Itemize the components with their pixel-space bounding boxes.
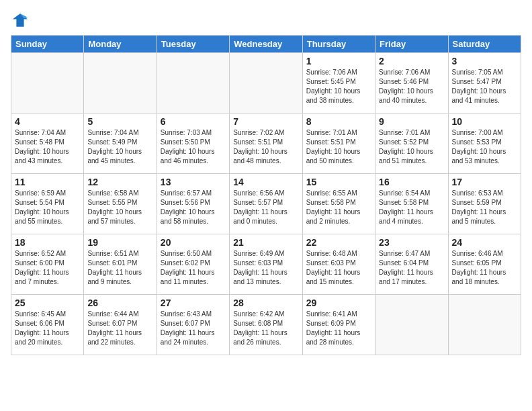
day-info: Sunrise: 7:06 AM Sunset: 5:46 PM Dayligh…	[379, 68, 444, 105]
calendar-cell: 4Sunrise: 7:04 AM Sunset: 5:48 PM Daylig…	[11, 113, 84, 174]
day-number: 27	[161, 298, 226, 308]
day-info: Sunrise: 6:45 AM Sunset: 6:06 PM Dayligh…	[15, 310, 80, 347]
day-number: 26	[87, 298, 152, 308]
day-header-saturday: Saturday	[448, 36, 521, 53]
day-info: Sunrise: 7:05 AM Sunset: 5:47 PM Dayligh…	[452, 68, 517, 105]
day-number: 19	[87, 237, 152, 248]
calendar-cell: 5Sunrise: 7:04 AM Sunset: 5:49 PM Daylig…	[84, 113, 157, 174]
logo-icon	[11, 11, 30, 30]
day-number: 7	[233, 116, 298, 127]
calendar-cell: 16Sunrise: 6:54 AM Sunset: 5:58 PM Dayli…	[375, 174, 448, 234]
calendar-cell: 1Sunrise: 7:06 AM Sunset: 5:45 PM Daylig…	[302, 53, 375, 113]
calendar-cell: 3Sunrise: 7:05 AM Sunset: 5:47 PM Daylig…	[448, 53, 521, 113]
day-number: 16	[379, 177, 444, 187]
calendar-cell: 12Sunrise: 6:58 AM Sunset: 5:55 PM Dayli…	[84, 174, 157, 234]
calendar-cell: 25Sunrise: 6:45 AM Sunset: 6:06 PM Dayli…	[11, 295, 84, 355]
day-number: 29	[306, 298, 371, 308]
day-number: 28	[233, 298, 298, 308]
calendar-cell	[448, 295, 521, 355]
calendar-cell: 14Sunrise: 6:56 AM Sunset: 5:57 PM Dayli…	[230, 174, 302, 234]
day-number: 22	[306, 237, 371, 248]
day-number: 1	[306, 56, 371, 66]
calendar-cell: 26Sunrise: 6:44 AM Sunset: 6:07 PM Dayli…	[84, 295, 157, 355]
day-number: 23	[379, 237, 444, 248]
day-info: Sunrise: 6:52 AM Sunset: 6:00 PM Dayligh…	[15, 249, 80, 287]
calendar-cell	[375, 295, 448, 355]
calendar-cell: 9Sunrise: 7:01 AM Sunset: 5:52 PM Daylig…	[375, 113, 448, 174]
day-header-sunday: Sunday	[11, 36, 84, 53]
calendar-cell: 20Sunrise: 6:50 AM Sunset: 6:02 PM Dayli…	[157, 234, 229, 295]
week-row-0: 1Sunrise: 7:06 AM Sunset: 5:45 PM Daylig…	[11, 53, 521, 113]
calendar-cell: 15Sunrise: 6:55 AM Sunset: 5:58 PM Dayli…	[302, 174, 375, 234]
calendar-cell: 21Sunrise: 6:49 AM Sunset: 6:03 PM Dayli…	[230, 234, 302, 295]
week-row-3: 18Sunrise: 6:52 AM Sunset: 6:00 PM Dayli…	[11, 234, 521, 295]
day-number: 25	[15, 298, 80, 308]
calendar-cell: 28Sunrise: 6:42 AM Sunset: 6:08 PM Dayli…	[230, 295, 302, 355]
svg-marker-0	[13, 13, 28, 27]
day-info: Sunrise: 7:02 AM Sunset: 5:51 PM Dayligh…	[233, 128, 298, 166]
day-header-friday: Friday	[375, 36, 448, 53]
day-number: 8	[306, 116, 371, 127]
day-number: 14	[233, 177, 298, 187]
day-info: Sunrise: 6:55 AM Sunset: 5:58 PM Dayligh…	[306, 189, 371, 226]
day-number: 13	[161, 177, 226, 187]
day-header-thursday: Thursday	[302, 36, 375, 53]
day-info: Sunrise: 6:59 AM Sunset: 5:54 PM Dayligh…	[15, 189, 80, 226]
day-number: 6	[161, 116, 226, 127]
day-number: 21	[233, 237, 298, 248]
calendar-cell: 13Sunrise: 6:57 AM Sunset: 5:56 PM Dayli…	[157, 174, 229, 234]
day-info: Sunrise: 6:47 AM Sunset: 6:04 PM Dayligh…	[379, 249, 444, 287]
calendar-cell: 23Sunrise: 6:47 AM Sunset: 6:04 PM Dayli…	[375, 234, 448, 295]
calendar-cell: 18Sunrise: 6:52 AM Sunset: 6:00 PM Dayli…	[11, 234, 84, 295]
day-info: Sunrise: 6:57 AM Sunset: 5:56 PM Dayligh…	[161, 189, 226, 226]
day-info: Sunrise: 6:49 AM Sunset: 6:03 PM Dayligh…	[233, 249, 298, 287]
logo	[11, 11, 32, 30]
day-number: 3	[452, 56, 517, 66]
day-info: Sunrise: 6:46 AM Sunset: 6:05 PM Dayligh…	[452, 249, 517, 287]
day-info: Sunrise: 6:56 AM Sunset: 5:57 PM Dayligh…	[233, 189, 298, 226]
day-number: 9	[379, 116, 444, 127]
day-number: 15	[306, 177, 371, 187]
week-row-4: 25Sunrise: 6:45 AM Sunset: 6:06 PM Dayli…	[11, 295, 521, 355]
calendar-cell: 11Sunrise: 6:59 AM Sunset: 5:54 PM Dayli…	[11, 174, 84, 234]
day-number: 5	[87, 116, 152, 127]
day-info: Sunrise: 7:03 AM Sunset: 5:50 PM Dayligh…	[161, 128, 226, 166]
day-info: Sunrise: 6:48 AM Sunset: 6:03 PM Dayligh…	[306, 249, 371, 287]
day-header-wednesday: Wednesday	[230, 36, 302, 53]
day-number: 24	[452, 237, 517, 248]
calendar-cell: 29Sunrise: 6:41 AM Sunset: 6:09 PM Dayli…	[302, 295, 375, 355]
day-number: 4	[15, 116, 80, 127]
calendar-cell: 22Sunrise: 6:48 AM Sunset: 6:03 PM Dayli…	[302, 234, 375, 295]
day-info: Sunrise: 6:43 AM Sunset: 6:07 PM Dayligh…	[161, 310, 226, 347]
calendar-cell: 10Sunrise: 7:00 AM Sunset: 5:53 PM Dayli…	[448, 113, 521, 174]
calendar-cell	[230, 53, 302, 113]
day-number: 17	[452, 177, 517, 187]
calendar-cell: 2Sunrise: 7:06 AM Sunset: 5:46 PM Daylig…	[375, 53, 448, 113]
day-header-monday: Monday	[84, 36, 157, 53]
day-info: Sunrise: 6:42 AM Sunset: 6:08 PM Dayligh…	[233, 310, 298, 347]
calendar-cell: 17Sunrise: 6:53 AM Sunset: 5:59 PM Dayli…	[448, 174, 521, 234]
calendar-cell	[84, 53, 157, 113]
calendar-cell	[11, 53, 84, 113]
day-info: Sunrise: 6:44 AM Sunset: 6:07 PM Dayligh…	[87, 310, 152, 347]
day-info: Sunrise: 6:53 AM Sunset: 5:59 PM Dayligh…	[452, 189, 517, 226]
day-header-tuesday: Tuesday	[157, 36, 229, 53]
day-info: Sunrise: 7:01 AM Sunset: 5:51 PM Dayligh…	[306, 128, 371, 166]
day-info: Sunrise: 7:00 AM Sunset: 5:53 PM Dayligh…	[452, 128, 517, 166]
week-row-1: 4Sunrise: 7:04 AM Sunset: 5:48 PM Daylig…	[11, 113, 521, 174]
day-info: Sunrise: 6:51 AM Sunset: 6:01 PM Dayligh…	[87, 249, 152, 287]
calendar-cell: 27Sunrise: 6:43 AM Sunset: 6:07 PM Dayli…	[157, 295, 229, 355]
day-info: Sunrise: 6:50 AM Sunset: 6:02 PM Dayligh…	[161, 249, 226, 287]
calendar-cell: 6Sunrise: 7:03 AM Sunset: 5:50 PM Daylig…	[157, 113, 229, 174]
day-number: 12	[87, 177, 152, 187]
day-number: 11	[15, 177, 80, 187]
day-number: 10	[452, 116, 517, 127]
calendar-cell: 7Sunrise: 7:02 AM Sunset: 5:51 PM Daylig…	[230, 113, 302, 174]
day-info: Sunrise: 6:58 AM Sunset: 5:55 PM Dayligh…	[87, 189, 152, 226]
day-info: Sunrise: 7:04 AM Sunset: 5:48 PM Dayligh…	[15, 128, 80, 166]
calendar-cell: 24Sunrise: 6:46 AM Sunset: 6:05 PM Dayli…	[448, 234, 521, 295]
calendar-cell: 8Sunrise: 7:01 AM Sunset: 5:51 PM Daylig…	[302, 113, 375, 174]
calendar-cell: 19Sunrise: 6:51 AM Sunset: 6:01 PM Dayli…	[84, 234, 157, 295]
calendar: SundayMondayTuesdayWednesdayThursdayFrid…	[11, 35, 521, 355]
day-number: 2	[379, 56, 444, 66]
